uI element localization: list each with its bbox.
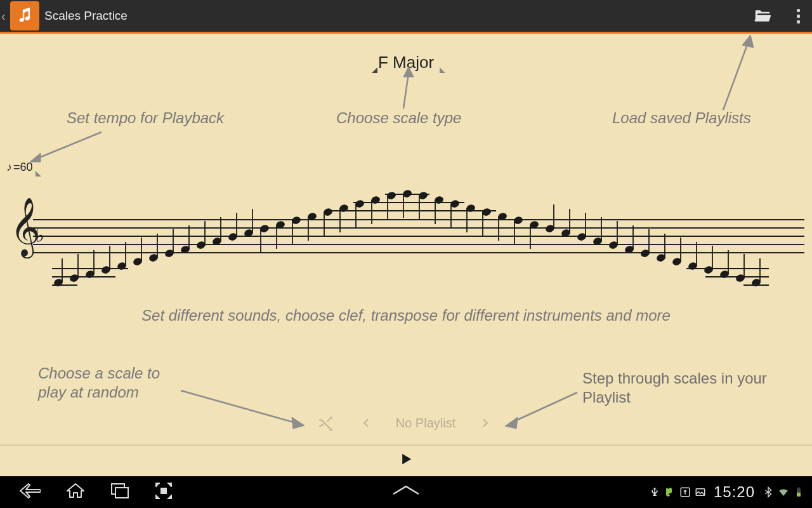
recent-apps-button[interactable] <box>110 483 129 502</box>
status-clock: 15:20 <box>714 483 755 501</box>
spinner-indicator-left-icon <box>372 67 377 73</box>
open-folder-button[interactable] <box>750 3 775 29</box>
spinner-indicator-right-icon <box>440 67 445 73</box>
evernote-icon <box>664 486 676 498</box>
annotation-random: Choose a scale to play at random <box>38 364 160 402</box>
app-title: Scales Practice <box>44 9 750 23</box>
wifi-icon <box>778 486 789 498</box>
home-button[interactable] <box>66 482 85 502</box>
app-icon[interactable] <box>10 1 39 30</box>
app-bar: ‹ Scales Practice <box>0 0 812 32</box>
annotation-settings: Set different sounds, choose clef, trans… <box>0 307 812 324</box>
svg-marker-3 <box>403 67 414 77</box>
eighth-note-icon: ♪ <box>6 161 12 174</box>
svg-rect-117 <box>798 488 800 489</box>
shuffle-button[interactable] <box>317 414 335 432</box>
svg-marker-1 <box>30 153 41 162</box>
playlist-bar: No Playlist <box>0 405 812 441</box>
annotation-tempo: Set tempo for Playback <box>67 109 224 128</box>
arrow-icon <box>717 32 761 115</box>
playlist-label[interactable]: No Playlist <box>396 416 455 431</box>
back-button[interactable] <box>19 482 41 502</box>
arrow-icon <box>25 129 108 167</box>
bluetooth-icon <box>763 486 774 498</box>
svg-rect-116 <box>797 493 801 497</box>
arrow-icon <box>397 64 422 112</box>
svg-marker-5 <box>742 35 754 48</box>
expand-indicator-icon[interactable] <box>390 484 422 499</box>
music-staff: 𝄞 ♭ <box>8 206 804 276</box>
back-icon[interactable]: ‹ <box>1 9 8 23</box>
upload-icon <box>679 486 691 498</box>
svg-line-2 <box>403 73 409 109</box>
play-button[interactable] <box>397 450 415 471</box>
previous-scale-button[interactable] <box>357 414 374 432</box>
svg-line-0 <box>35 132 102 159</box>
svg-rect-112 <box>161 488 166 493</box>
content-area: F Major ♪ =60 Set tempo for Playback Cho… <box>0 34 812 476</box>
scale-notes <box>8 181 804 295</box>
svg-line-4 <box>723 41 749 110</box>
annotation-step: Step through scales in your Playlist <box>582 369 767 407</box>
svg-rect-111 <box>115 488 128 498</box>
usb-icon <box>649 486 660 498</box>
status-bar: 15:20 <box>649 476 804 508</box>
screenshot-button[interactable] <box>155 482 173 502</box>
picture-icon <box>695 486 706 498</box>
system-nav-bar: 15:20 <box>0 476 812 508</box>
next-scale-button[interactable] <box>477 414 495 432</box>
battery-icon <box>793 486 804 498</box>
overflow-menu-button[interactable] <box>790 3 806 29</box>
tempo-spinner-indicator-icon <box>36 171 41 177</box>
play-bar <box>0 444 812 475</box>
